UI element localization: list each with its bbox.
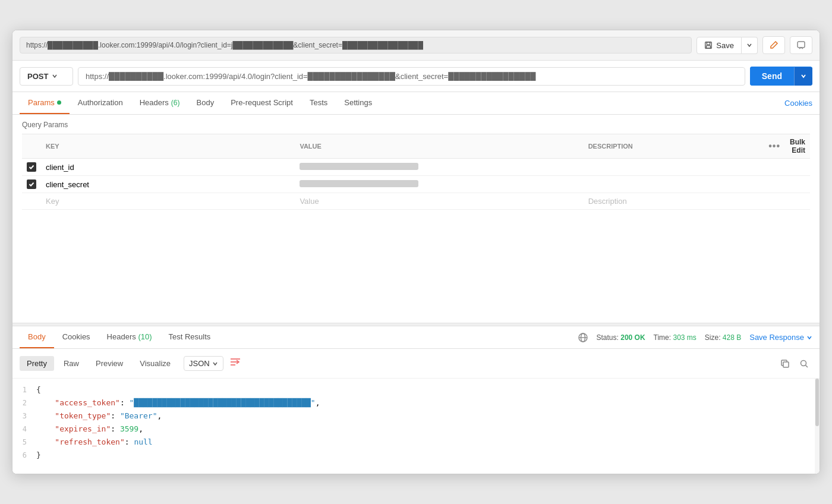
- params-table: KEY VALUE DESCRIPTION ••• Bulk Edit: [22, 134, 810, 210]
- json-value: "██████████████████████████████████████": [130, 398, 316, 407]
- line-number: 4: [12, 423, 36, 435]
- param-key-cell-2[interactable]: client_secret: [41, 176, 295, 193]
- code-content: }: [36, 449, 820, 462]
- scrollbar-track[interactable]: [815, 379, 820, 474]
- param-value-redacted-1: [300, 163, 418, 170]
- tab-settings[interactable]: Settings: [336, 92, 380, 114]
- response-tab-headers[interactable]: Headers (10): [99, 326, 160, 348]
- comment-icon-button[interactable]: [790, 36, 812, 54]
- scrollbar-thumb[interactable]: [815, 379, 819, 426]
- svg-rect-3: [798, 42, 805, 48]
- table-row: client_secret: [22, 176, 810, 193]
- json-key: "refresh_token": [55, 437, 124, 446]
- save-button[interactable]: Save: [697, 37, 742, 54]
- col-checkbox-header: [22, 134, 41, 159]
- table-row: client_id: [22, 159, 810, 176]
- save-group: Save: [697, 37, 758, 54]
- svg-rect-1: [707, 42, 710, 45]
- svg-rect-10: [783, 362, 789, 367]
- response-tab-test-results[interactable]: Test Results: [160, 326, 219, 348]
- method-label: POST: [27, 72, 48, 81]
- tab-authorization[interactable]: Authorization: [70, 92, 131, 114]
- code-line-2: 2 "access_token": "█████████████████████…: [12, 396, 820, 410]
- json-value: 3599: [120, 424, 138, 433]
- format-tab-preview[interactable]: Preview: [89, 356, 130, 371]
- param-value-redacted-2: [300, 180, 418, 187]
- status-label: Status: 200 OK: [597, 333, 645, 342]
- method-chevron-icon: [52, 73, 58, 79]
- svg-point-11: [801, 360, 806, 366]
- line-number: 1: [12, 384, 36, 396]
- line-number: 2: [12, 397, 36, 409]
- save-icon: [704, 41, 713, 49]
- response-tab-body[interactable]: Body: [20, 326, 54, 348]
- edit-icon-button[interactable]: [762, 36, 785, 54]
- copy-icon-svg: [780, 359, 790, 368]
- code-line-5: 5 "refresh_token": null: [12, 436, 820, 449]
- more-options-icon[interactable]: •••: [768, 141, 780, 151]
- params-section: Query Params KEY VALUE DESCRIPTION ••• B…: [12, 115, 820, 216]
- tab-params[interactable]: Params: [20, 92, 70, 114]
- code-line-3: 3 "token_type": "Bearer",: [12, 410, 820, 423]
- param-value-cell-2[interactable]: [295, 176, 583, 193]
- param-key-cell-1[interactable]: client_id: [41, 159, 295, 176]
- method-select[interactable]: POST: [20, 67, 73, 86]
- param-desc-cell-1[interactable]: [584, 159, 764, 176]
- tab-headers[interactable]: Headers (6): [131, 92, 188, 114]
- code-line-1: 1 {: [12, 383, 820, 396]
- tab-body[interactable]: Body: [188, 92, 223, 114]
- checkmark-icon: [29, 164, 34, 170]
- placeholder-key[interactable]: Key: [41, 193, 295, 210]
- send-main-button[interactable]: Send: [750, 67, 794, 86]
- size-value: 428 B: [723, 333, 741, 342]
- col-bulk-edit-header[interactable]: Bulk Edit: [785, 134, 810, 159]
- param-checkbox-2[interactable]: [27, 179, 36, 189]
- save-response-button[interactable]: Save Response: [749, 333, 812, 342]
- wrap-icon[interactable]: [226, 354, 245, 373]
- params-dot: [57, 100, 61, 105]
- code-content: "access_token": "███████████████████████…: [36, 396, 820, 410]
- json-format-select[interactable]: JSON: [184, 356, 223, 371]
- placeholder-description[interactable]: Description: [584, 193, 764, 210]
- line-number: 6: [12, 449, 36, 461]
- save-response-chevron-icon: [806, 335, 812, 341]
- json-value: null: [134, 437, 152, 446]
- col-key-header: KEY: [41, 134, 295, 159]
- param-desc-cell-2[interactable]: [584, 176, 764, 193]
- json-response-block: 1 { 2 "access_token": "█████████████████…: [12, 379, 820, 474]
- send-dropdown-button[interactable]: [794, 67, 812, 86]
- top-url-display: https://██████████.looker.com:19999/api/…: [20, 37, 692, 53]
- response-section: Body Cookies Headers (10) Test Results: [12, 326, 820, 474]
- placeholder-value[interactable]: Value: [295, 193, 583, 210]
- code-content: "token_type": "Bearer",: [36, 410, 820, 423]
- json-value: "Bearer": [120, 411, 157, 420]
- top-bar: https://██████████.looker.com:19999/api/…: [12, 30, 820, 61]
- save-dropdown-button[interactable]: [742, 37, 758, 54]
- send-button-group: Send: [750, 67, 812, 86]
- code-content: "expires_in": 3599,: [36, 423, 820, 436]
- time-label: Time: 303 ms: [654, 333, 697, 342]
- format-tab-pretty[interactable]: Pretty: [20, 356, 54, 371]
- comment-icon: [796, 40, 806, 50]
- copy-button[interactable]: [777, 355, 793, 372]
- tab-tests[interactable]: Tests: [301, 92, 336, 114]
- line-number: 5: [12, 436, 36, 448]
- line-number: 3: [12, 410, 36, 422]
- globe-icon: [578, 332, 588, 343]
- pencil-icon: [769, 40, 779, 50]
- send-chevron-icon: [801, 73, 806, 79]
- table-row-placeholder: Key Value Description: [22, 193, 810, 210]
- tab-prerequest[interactable]: Pre-request Script: [222, 92, 301, 114]
- format-tab-visualize[interactable]: Visualize: [133, 356, 178, 371]
- cookies-link[interactable]: Cookies: [784, 93, 812, 114]
- param-checkbox-1[interactable]: [27, 162, 36, 172]
- app-window: https://██████████.looker.com:19999/api/…: [12, 30, 820, 474]
- request-url-input[interactable]: [78, 67, 745, 86]
- code-content: "refresh_token": null: [36, 436, 820, 449]
- response-tab-cookies[interactable]: Cookies: [54, 326, 99, 348]
- json-chevron-icon: [212, 361, 218, 367]
- search-button[interactable]: [796, 355, 812, 372]
- format-tab-raw[interactable]: Raw: [56, 356, 86, 371]
- param-value-cell-1[interactable]: [295, 159, 583, 176]
- col-value-header: VALUE: [295, 134, 583, 159]
